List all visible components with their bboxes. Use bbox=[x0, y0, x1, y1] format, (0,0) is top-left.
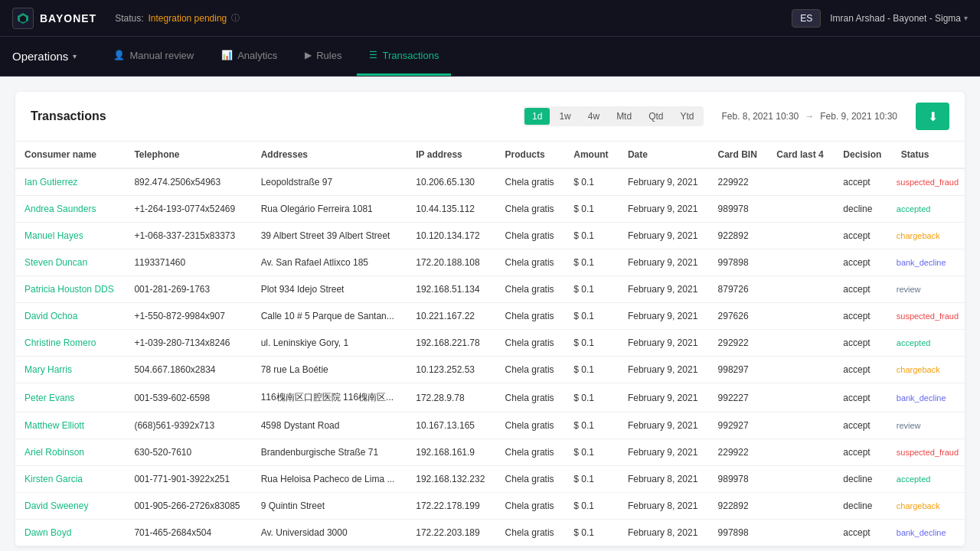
consumer-name-cell[interactable]: David Ochoa bbox=[15, 303, 125, 330]
telephone-cell: (668)561-9392x713 bbox=[125, 412, 251, 439]
products-cell: Chela gratis bbox=[496, 168, 565, 196]
status-cell: bank_decline bbox=[892, 249, 965, 276]
addresses-cell: Brandenburgische Straße 71 bbox=[252, 439, 407, 466]
table-row: Andrea Saunders+1-264-193-0774x52469Rua … bbox=[15, 196, 965, 223]
download-button[interactable]: ⬇ bbox=[916, 103, 949, 130]
nav-item-analytics[interactable]: 📊Analytics bbox=[209, 37, 289, 76]
time-filter-qtd[interactable]: Qtd bbox=[641, 108, 671, 125]
col-card-last-4: Card last 4 bbox=[767, 142, 834, 168]
nav-items: 👤Manual review📊Analytics▶Rules☰Transacti… bbox=[101, 37, 451, 76]
date-cell: February 9, 2021 bbox=[619, 357, 709, 383]
card-last-4-cell bbox=[767, 466, 834, 493]
amount-cell: $ 0.1 bbox=[564, 223, 619, 249]
table-row: Steven Duncan1193371460Av. San Rafael At… bbox=[15, 249, 965, 276]
consumer-name-cell[interactable]: David Sweeney bbox=[15, 493, 125, 520]
time-filter-mtd[interactable]: Mtd bbox=[609, 108, 639, 125]
addresses-cell: Calle 10 # 5 Parque de Santan... bbox=[252, 303, 407, 330]
addresses-cell: 9 Quintin Street bbox=[252, 493, 407, 520]
date-cell: February 9, 2021 bbox=[619, 196, 709, 223]
card-bin-cell: 997898 bbox=[709, 249, 768, 276]
consumer-name-cell[interactable]: Mary Harris bbox=[15, 357, 125, 383]
consumer-name-cell[interactable]: Dawn Boyd bbox=[15, 520, 125, 546]
date-cell: February 8, 2021 bbox=[619, 466, 709, 493]
consumer-name-cell[interactable]: Peter Evans bbox=[15, 383, 125, 412]
card-bin-cell: 992927 bbox=[709, 412, 768, 439]
telephone-cell: 630-520-7610 bbox=[125, 439, 251, 466]
products-cell: Chela gratis bbox=[496, 223, 565, 249]
card-bin-cell: 997898 bbox=[709, 520, 768, 546]
table-row: Ian Gutierrez892.474.2506x54963Leopoldst… bbox=[15, 168, 965, 196]
addresses-cell: 39 Albert Street 39 Albert Street bbox=[252, 223, 407, 249]
operations-menu[interactable]: Operations ▾ bbox=[12, 50, 77, 63]
table-row: Matthew Elliott(668)561-9392x7134598 Dys… bbox=[15, 412, 965, 439]
col-card-bin: Card BIN bbox=[709, 142, 768, 168]
date-from: Feb. 8, 2021 10:30 bbox=[722, 111, 799, 122]
amount-cell: $ 0.1 bbox=[564, 168, 619, 196]
table-row: Ariel Robinson630-520-7610Brandenburgisc… bbox=[15, 439, 965, 466]
user-menu[interactable]: Imran Arshad - Bayonet - Sigma ▾ bbox=[830, 13, 968, 24]
download-icon: ⬇ bbox=[928, 109, 938, 124]
panel-header: Transactions 1d1w4wMtdQtdYtd Feb. 8, 202… bbox=[15, 92, 965, 142]
card-bin-cell: 297626 bbox=[709, 303, 768, 330]
card-last-4-cell bbox=[767, 330, 834, 357]
date-cell: February 9, 2021 bbox=[619, 168, 709, 196]
decision-cell: accept bbox=[834, 276, 891, 303]
nav-item-rules[interactable]: ▶Rules bbox=[292, 37, 354, 76]
top-bar-right: ES Imran Arshad - Bayonet - Sigma ▾ bbox=[792, 9, 968, 28]
date-range: Feb. 8, 2021 10:30 → Feb. 9, 2021 10:30 bbox=[716, 111, 904, 122]
nav-item-transactions[interactable]: ☰Transactions bbox=[357, 37, 451, 76]
time-filter-4w[interactable]: 4w bbox=[580, 108, 607, 125]
time-filter-1d[interactable]: 1d bbox=[524, 108, 550, 125]
products-cell: Chela gratis bbox=[496, 439, 565, 466]
products-cell: Chela gratis bbox=[496, 330, 565, 357]
consumer-name-cell[interactable]: Ian Gutierrez bbox=[15, 168, 125, 196]
ip-address-cell: 172.28.9.78 bbox=[407, 383, 495, 412]
time-filter-ytd[interactable]: Ytd bbox=[672, 108, 701, 125]
consumer-name-cell[interactable]: Manuel Hayes bbox=[15, 223, 125, 249]
consumer-name-cell[interactable]: Christine Romero bbox=[15, 330, 125, 357]
status-cell: chargeback bbox=[892, 493, 965, 520]
consumer-name-cell[interactable]: Steven Duncan bbox=[15, 249, 125, 276]
addresses-cell: 78 rue La Boétie bbox=[252, 357, 407, 383]
card-bin-cell: 229922 bbox=[709, 439, 768, 466]
top-bar: BAYONET Status: Integration pending ⓘ ES… bbox=[0, 0, 980, 37]
nav-item-manual-review[interactable]: 👤Manual review bbox=[101, 37, 206, 76]
decision-cell: accept bbox=[834, 168, 891, 196]
consumer-name-cell[interactable]: Ariel Robinson bbox=[15, 439, 125, 466]
logo-area: BAYONET bbox=[12, 8, 96, 29]
time-filter-1w[interactable]: 1w bbox=[551, 108, 578, 125]
consumer-name-cell[interactable]: Kirsten Garcia bbox=[15, 466, 125, 493]
consumer-name-cell[interactable]: Andrea Saunders bbox=[15, 196, 125, 223]
card-bin-cell: 922892 bbox=[709, 223, 768, 249]
ip-address-cell: 10.123.252.53 bbox=[407, 357, 495, 383]
col-products: Products bbox=[496, 142, 565, 168]
date-to: Feb. 9, 2021 10:30 bbox=[820, 111, 897, 122]
card-last-4-cell bbox=[767, 383, 834, 412]
decision-cell: accept bbox=[834, 439, 891, 466]
amount-cell: $ 0.1 bbox=[564, 249, 619, 276]
table-wrapper: Consumer nameTelephoneAddressesIP addres… bbox=[15, 142, 965, 546]
info-icon[interactable]: ⓘ bbox=[231, 12, 240, 24]
decision-cell: accept bbox=[834, 383, 891, 412]
card-last-4-cell bbox=[767, 249, 834, 276]
date-cell: February 9, 2021 bbox=[619, 276, 709, 303]
telephone-cell: +1-264-193-0774x52469 bbox=[125, 196, 251, 223]
products-cell: Chela gratis bbox=[496, 520, 565, 546]
date-cell: February 9, 2021 bbox=[619, 412, 709, 439]
logo-text: BAYONET bbox=[40, 12, 96, 24]
language-button[interactable]: ES bbox=[792, 9, 821, 28]
consumer-name-cell[interactable]: Patricia Houston DDS bbox=[15, 276, 125, 303]
ip-address-cell: 192.168.221.78 bbox=[407, 330, 495, 357]
status-cell: bank_decline bbox=[892, 383, 965, 412]
card-bin-cell: 998297 bbox=[709, 357, 768, 383]
date-arrow-icon: → bbox=[805, 111, 814, 122]
ip-address-cell: 10.44.135.112 bbox=[407, 196, 495, 223]
ip-address-cell: 172.20.188.108 bbox=[407, 249, 495, 276]
chevron-down-icon: ▾ bbox=[964, 14, 968, 22]
col-addresses: Addresses bbox=[252, 142, 407, 168]
status-cell: suspected_fraud bbox=[892, 303, 965, 330]
consumer-name-cell[interactable]: Matthew Elliott bbox=[15, 412, 125, 439]
date-cell: February 9, 2021 bbox=[619, 383, 709, 412]
addresses-cell: Plot 934 Idejo Street bbox=[252, 276, 407, 303]
amount-cell: $ 0.1 bbox=[564, 466, 619, 493]
